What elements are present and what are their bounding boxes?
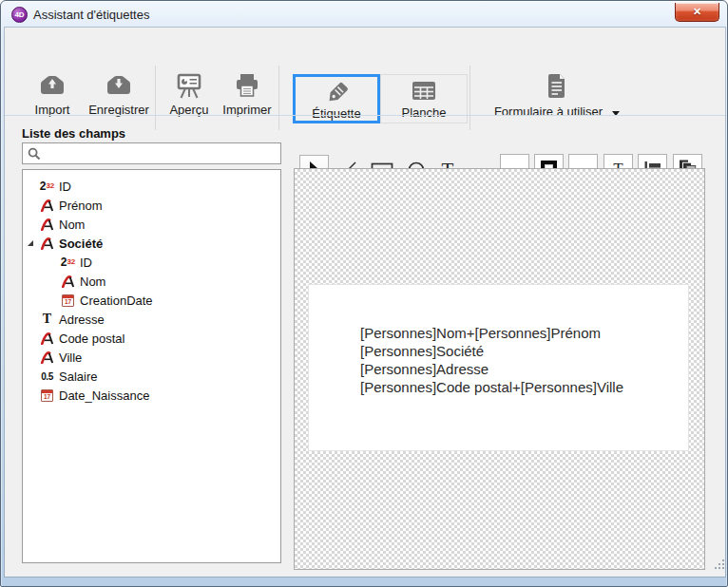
label-wizard-window: 4D Assistant d'étiquettes ✕ Import Enreg… bbox=[0, 0, 728, 587]
alpha-field-icon bbox=[59, 275, 77, 288]
search-icon bbox=[28, 147, 41, 161]
longint-field-icon: 232 bbox=[38, 180, 56, 193]
text-field-icon: T bbox=[38, 312, 56, 327]
field-row-societe-id[interactable]: 232 ID bbox=[23, 253, 280, 272]
preview-easel-icon bbox=[175, 70, 203, 101]
import-tray-icon bbox=[38, 70, 67, 101]
field-search-input[interactable] bbox=[46, 144, 278, 162]
field-row-salaire[interactable]: 0.5 Salaire bbox=[23, 367, 280, 386]
tag-icon bbox=[323, 79, 350, 106]
field-row-societe[interactable]: Société bbox=[23, 234, 280, 253]
field-search-box[interactable] bbox=[22, 142, 281, 164]
tab-planche[interactable]: Planche bbox=[380, 74, 468, 123]
toolbar-divider bbox=[5, 115, 725, 116]
alpha-field-icon bbox=[38, 218, 56, 231]
field-row-creationdate[interactable]: 17 CreationDate bbox=[23, 291, 280, 310]
toolbar-separator bbox=[155, 66, 156, 130]
tab-etiquette[interactable]: Étiquette bbox=[293, 74, 380, 123]
field-row-code-postal[interactable]: Code postal bbox=[23, 329, 280, 348]
save-tray-icon bbox=[105, 70, 133, 101]
toolbar-separator bbox=[469, 66, 470, 130]
field-row-ville[interactable]: Ville bbox=[23, 348, 280, 367]
field-row-societe-nom[interactable]: Nom bbox=[23, 272, 280, 291]
form-to-use-menu[interactable]: Formulaire à utiliser bbox=[486, 70, 628, 125]
alpha-field-icon bbox=[38, 237, 56, 250]
tree-expander-icon[interactable] bbox=[28, 240, 33, 246]
alpha-field-icon bbox=[38, 351, 56, 364]
toolbar-separator bbox=[278, 66, 279, 130]
tab-etiquette-label: Étiquette bbox=[312, 106, 360, 121]
label-object[interactable]: [Personnes]Nom+[Personnes]Prénom [Person… bbox=[308, 284, 689, 451]
alpha-field-icon bbox=[38, 199, 56, 212]
label-field-line[interactable]: [Personnes]Code postal+[Personnes]Ville bbox=[360, 378, 688, 396]
alpha-field-icon bbox=[38, 332, 56, 345]
label-field-line[interactable]: [Personnes]Nom+[Personnes]Prénom bbox=[360, 324, 688, 342]
longint-field-icon: 232 bbox=[59, 256, 77, 269]
real-field-icon: 0.5 bbox=[38, 371, 56, 382]
label-field-line[interactable]: [Personnes]Société bbox=[360, 342, 688, 360]
field-row-date-naissance[interactable]: 17 Date_Naissance bbox=[23, 386, 280, 405]
resize-grip[interactable] bbox=[715, 559, 717, 561]
tab-planche-label: Planche bbox=[402, 105, 447, 120]
title-bar[interactable]: 4D Assistant d'étiquettes ✕ bbox=[2, 2, 726, 28]
close-button[interactable]: ✕ bbox=[675, 3, 719, 22]
close-icon: ✕ bbox=[693, 6, 701, 17]
design-canvas[interactable]: [Personnes]Nom+[Personnes]Prénom [Person… bbox=[294, 168, 705, 570]
field-row-adresse[interactable]: T Adresse bbox=[23, 310, 280, 329]
client-area: Import Enregistrer Aperçu Imprimer bbox=[5, 28, 725, 577]
label-field-line[interactable]: [Personnes]Adresse bbox=[360, 360, 688, 378]
window-title: Assistant d'étiquettes bbox=[33, 2, 149, 28]
date-field-icon: 17 bbox=[59, 294, 77, 307]
form-document-icon bbox=[546, 70, 567, 101]
field-list[interactable]: 232 ID Prénom Nom Société 232 ID bbox=[22, 169, 281, 563]
form-to-use-label: Formulaire à utiliser bbox=[494, 104, 603, 119]
screen: 4D Assistant d'étiquettes ✕ Import Enreg… bbox=[0, 0, 728, 587]
printer-icon bbox=[233, 70, 261, 101]
field-row-prenom[interactable]: Prénom bbox=[23, 196, 280, 215]
field-row-id[interactable]: 232 ID bbox=[23, 177, 280, 196]
sheet-grid-icon bbox=[412, 77, 436, 105]
app-logo-4d-icon: 4D bbox=[11, 7, 28, 23]
date-field-icon: 17 bbox=[38, 389, 56, 402]
field-row-nom[interactable]: Nom bbox=[23, 215, 280, 234]
field-list-title: Liste des champs bbox=[22, 126, 125, 141]
